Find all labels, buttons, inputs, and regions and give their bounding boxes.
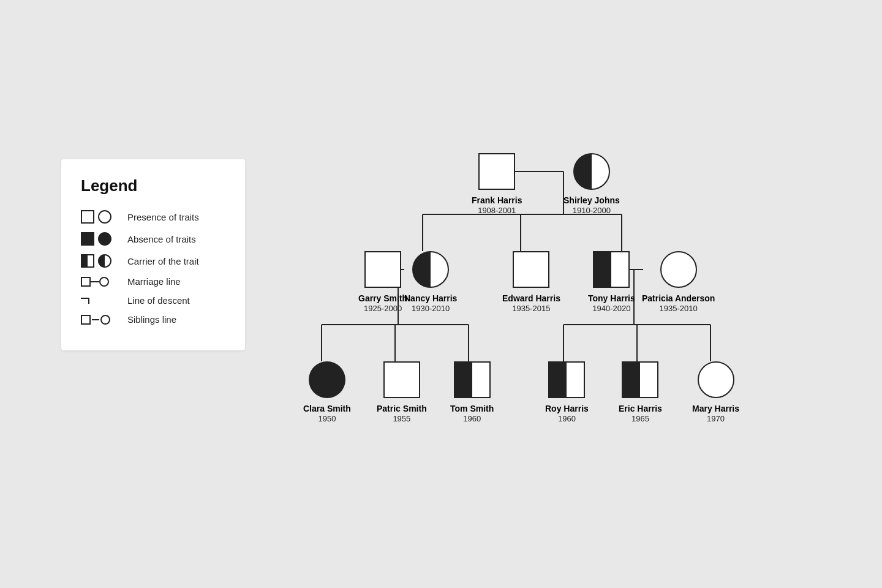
person-roy: Roy Harris 1960 <box>545 361 589 423</box>
mary-year: 1970 <box>707 414 725 423</box>
person-edward: Edward Harris 1935-2015 <box>502 251 560 313</box>
nancy-year: 1930-2010 <box>412 304 450 313</box>
nancy-symbol <box>412 251 449 288</box>
tony-symbol <box>593 251 630 288</box>
legend-icons-carrier <box>81 254 120 268</box>
frank-symbol <box>478 153 515 190</box>
tony-year: 1940-2020 <box>592 304 630 313</box>
tom-name: Tom Smith <box>450 403 494 414</box>
legend-item-absence: Absence of traits <box>81 232 225 246</box>
patric-name: Patric Smith <box>377 403 427 414</box>
tony-name: Tony Harris <box>588 293 635 304</box>
roy-symbol <box>548 361 585 398</box>
nancy-name: Nancy Harris <box>404 293 457 304</box>
person-patric: Patric Smith 1955 <box>377 361 427 423</box>
frank-year: 1908-2001 <box>478 206 516 215</box>
eric-symbol <box>622 361 658 398</box>
roy-name: Roy Harris <box>545 403 589 414</box>
legend-icons-siblings <box>81 315 120 325</box>
person-eric: Eric Harris 1965 <box>619 361 662 423</box>
person-tom: Tom Smith 1960 <box>450 361 494 423</box>
eric-name: Eric Harris <box>619 403 662 414</box>
legend-label-siblings: Siblings line <box>127 314 176 325</box>
legend-item-descent: Line of descent <box>81 295 225 306</box>
square-half-icon <box>81 254 94 268</box>
person-shirley: Shirley Johns 1910-2000 <box>564 153 620 215</box>
patric-symbol <box>383 361 420 398</box>
tom-symbol <box>454 361 491 398</box>
legend-label-absence: Absence of traits <box>127 234 196 244</box>
pedigree-chart: Frank Harris 1908-2001 Shirley Johns 191… <box>282 135 845 453</box>
edward-symbol <box>513 251 549 288</box>
garry-symbol <box>364 251 401 288</box>
legend-label-marriage: Marriage line <box>127 276 181 287</box>
square-empty-icon <box>81 210 94 224</box>
person-mary: Mary Harris 1970 <box>692 361 739 423</box>
mary-name: Mary Harris <box>692 403 739 414</box>
square-filled-icon <box>81 232 94 246</box>
circle-half-icon <box>98 254 111 268</box>
legend-icons-absence <box>81 232 120 246</box>
legend-item-siblings: Siblings line <box>81 314 225 325</box>
shirley-name: Shirley Johns <box>564 195 620 206</box>
shirley-symbol <box>573 153 610 190</box>
legend-item-presence: Presence of traits <box>81 210 225 224</box>
person-frank: Frank Harris 1908-2001 <box>472 153 522 215</box>
legend-label-descent: Line of descent <box>127 295 190 306</box>
circle-filled-icon <box>98 232 111 246</box>
legend-box: Legend Presence of traits Absence of tra… <box>61 159 245 350</box>
circle-empty-icon <box>98 210 111 224</box>
patricia-year: 1935-2010 <box>660 304 698 313</box>
garry-name: Garry Smith <box>358 293 407 304</box>
legend-label-carrier: Carrier of the trait <box>127 256 199 266</box>
patricia-name: Patricia Anderson <box>642 293 715 304</box>
legend-icons-presence <box>81 210 120 224</box>
edward-name: Edward Harris <box>502 293 560 304</box>
eric-year: 1965 <box>631 414 649 423</box>
marriage-line-icon <box>81 277 109 287</box>
legend-label-presence: Presence of traits <box>127 212 199 222</box>
roy-year: 1960 <box>558 414 576 423</box>
garry-year: 1925-2000 <box>364 304 402 313</box>
clara-year: 1950 <box>318 414 336 423</box>
person-nancy: Nancy Harris 1930-2010 <box>404 251 457 313</box>
person-garry: Garry Smith 1925-2000 <box>358 251 407 313</box>
shirley-year: 1910-2000 <box>573 206 611 215</box>
legend-title: Legend <box>81 176 225 195</box>
legend-item-carrier: Carrier of the trait <box>81 254 225 268</box>
legend-item-marriage: Marriage line <box>81 276 225 287</box>
edward-year: 1935-2015 <box>512 304 550 313</box>
person-clara: Clara Smith 1950 <box>303 361 351 423</box>
clara-name: Clara Smith <box>303 403 351 414</box>
patric-year: 1955 <box>393 414 410 423</box>
clara-symbol <box>309 361 345 398</box>
tom-year: 1960 <box>463 414 481 423</box>
frank-name: Frank Harris <box>472 195 522 206</box>
person-tony: Tony Harris 1940-2020 <box>588 251 635 313</box>
patricia-symbol <box>660 251 697 288</box>
mary-symbol <box>698 361 734 398</box>
legend-icons-descent <box>81 296 120 306</box>
legend-icons-marriage <box>81 277 120 287</box>
person-patricia: Patricia Anderson 1935-2010 <box>642 251 715 313</box>
